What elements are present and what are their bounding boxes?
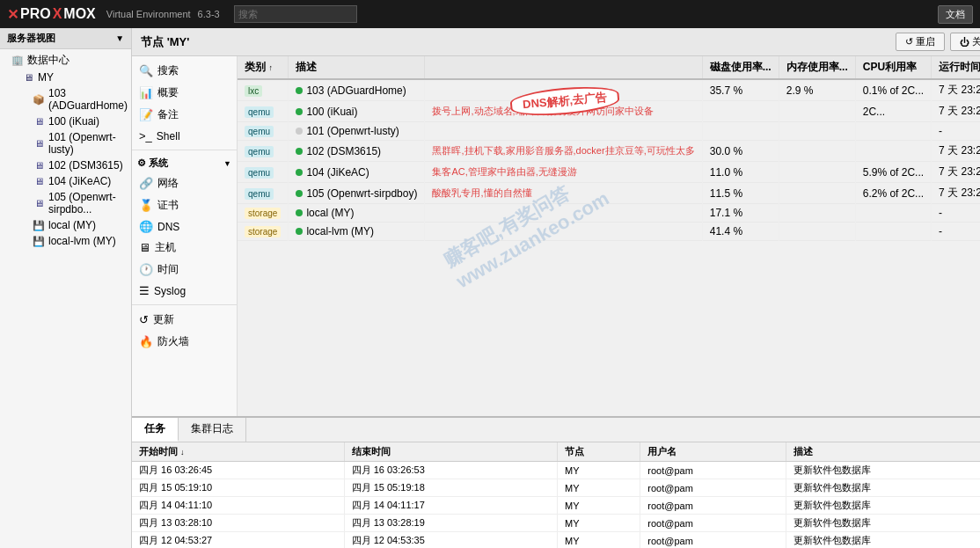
cell-desc: 103 (ADGuardHome) xyxy=(289,79,425,101)
cell-desc: 100 (iKuai) xyxy=(289,101,425,122)
cell-disk: 30.0 % xyxy=(702,141,779,162)
col-disk[interactable]: 磁盘使用率... xyxy=(702,56,779,79)
nav-separator-2 xyxy=(132,304,237,305)
log-col-start[interactable]: 开始时间 ↓ xyxy=(132,442,344,462)
log-cell-node: MY xyxy=(557,497,640,515)
nav-syslog[interactable]: ☰ Syslog xyxy=(132,281,237,301)
server-icon: 🖥 xyxy=(21,71,35,84)
vm-icon-2: 🖥 xyxy=(32,137,46,150)
table-row[interactable]: qemu105 (Openwrt-sirpdboy)酸酸乳专用,懂的自然懂11.… xyxy=(238,183,980,204)
col-desc[interactable]: 描述 xyxy=(289,56,425,79)
sidebar: 服务器视图 ▼ 🏢 数据中心 🖥 MY 📦 103 (ADGuardHome) … xyxy=(0,28,132,548)
nav-summary[interactable]: 📊 概要 xyxy=(132,82,237,104)
table-row[interactable]: qemu101 (Openwrt-lusty)- xyxy=(238,122,980,141)
cell-disk: 11.5 % xyxy=(702,183,779,204)
reload-button[interactable]: ↺ 重启 xyxy=(896,33,945,51)
cell-disk xyxy=(702,101,779,122)
datacenter-label: 数据中心 xyxy=(27,53,69,68)
tree-vm-100[interactable]: 🖥 100 (iKuai) xyxy=(0,113,131,129)
log-col-desc[interactable]: 描述 xyxy=(786,442,980,462)
col-status xyxy=(425,56,702,79)
status-dot xyxy=(296,209,303,216)
cell-uptime: 7 天 23:25:40 xyxy=(932,101,980,122)
cell-mem xyxy=(779,141,855,162)
col-mem[interactable]: 内存使用率... xyxy=(779,56,855,79)
main-layout: 服务器视图 ▼ 🏢 数据中心 🖥 MY 📦 103 (ADGuardHome) … xyxy=(0,28,980,548)
doc-button[interactable]: 文档 xyxy=(938,5,973,24)
log-col-user[interactable]: 用户名 xyxy=(640,442,786,462)
nav-shell[interactable]: >_ Shell xyxy=(132,126,237,146)
vm-table: 类别 ↑ 描述 磁盘使用率... 内存使用率... CPU利用率 运行时间 lx… xyxy=(238,56,980,241)
tree-datacenter[interactable]: 🏢 数据中心 xyxy=(0,51,131,69)
table-header-row: 类别 ↑ 描述 磁盘使用率... 内存使用率... CPU利用率 运行时间 xyxy=(238,56,980,79)
log-cell-start: 四月 15 05:19:10 xyxy=(132,479,344,497)
cell-uptime: 7 天 23:24:44 xyxy=(932,79,980,101)
table-row[interactable]: storagelocal-lvm (MY)41.4 %- xyxy=(238,223,980,241)
cell-desc: 102 (DSM3615) xyxy=(289,141,425,162)
col-uptime[interactable]: 运行时间 xyxy=(932,56,980,79)
nav-time[interactable]: 🕐 时间 xyxy=(132,259,237,281)
node-title: 节点 'MY' xyxy=(141,34,189,50)
log-row[interactable]: 四月 13 03:28:10四月 13 03:28:19MYroot@pam更新… xyxy=(132,515,980,532)
nav-system-label: 系统 xyxy=(149,157,168,170)
table-row[interactable]: qemu104 (JiKeAC)集客AC,管理家中路由器,无缝漫游11.0 %5… xyxy=(238,162,980,183)
log-row[interactable]: 四月 14 04:11:10四月 14 04:11:17MYroot@pam更新… xyxy=(132,497,980,515)
tree-vm-105[interactable]: 🖥 105 (Openwrt-sirpdbo... xyxy=(0,189,131,217)
tree-storage-lvm[interactable]: 💾 local-lvm (MY) xyxy=(0,233,131,249)
status-dot xyxy=(296,228,303,235)
nav-search[interactable]: 🔍 搜索 xyxy=(132,60,237,82)
cell-type: storage xyxy=(238,223,289,241)
cell-cpu xyxy=(855,122,931,141)
cell-desc: 104 (JiKeAC) xyxy=(289,162,425,183)
nav-firewall[interactable]: 🔥 防火墙 xyxy=(132,331,237,353)
bottom-content: 开始时间 ↓ 结束时间 节点 用户名 描述 四月 16 03:26:45四月 1… xyxy=(132,442,980,548)
cell-mem: 2.9 % xyxy=(779,79,855,101)
log-col-end[interactable]: 结束时间 xyxy=(344,442,557,462)
tree-vm-102[interactable]: 🖥 102 (DSM3615) xyxy=(0,157,131,173)
log-cell-desc: 更新软件包数据库 xyxy=(786,479,980,497)
nav-notes[interactable]: 📝 备注 xyxy=(132,104,237,126)
col-type[interactable]: 类别 ↑ xyxy=(238,56,289,79)
tree-vm-104[interactable]: 🖥 104 (JiKeAC) xyxy=(0,173,131,189)
nav-host[interactable]: 🖥 主机 xyxy=(132,237,237,259)
cell-cpu xyxy=(855,204,931,223)
node-header: 节点 'MY' ↺ 重启 ⏻ 关机 xyxy=(132,28,980,56)
nav-search-label: 搜索 xyxy=(157,63,179,78)
search-nav-icon: 🔍 xyxy=(139,64,153,77)
tree-storage-local[interactable]: 💾 local (MY) xyxy=(0,217,131,233)
nav-host-label: 主机 xyxy=(155,240,176,255)
cell-cpu: 5.9% of 2C... xyxy=(855,162,931,183)
tree-vm-101[interactable]: 🖥 101 (Openwrt-lusty) xyxy=(0,129,131,157)
tree-vm-103[interactable]: 📦 103 (ADGuardHome) xyxy=(0,85,131,113)
log-col-node[interactable]: 节点 xyxy=(557,442,640,462)
table-row[interactable]: storagelocal (MY)17.1 %- xyxy=(238,204,980,223)
left-nav: 🔍 搜索 📊 概要 📝 备注 >_ Shell ⚙ xyxy=(132,56,238,416)
update-icon: ↺ xyxy=(139,313,149,326)
col-cpu[interactable]: CPU利用率 xyxy=(855,56,931,79)
tab-tasks[interactable]: 任务 xyxy=(132,418,179,442)
log-cell-user: root@pam xyxy=(640,497,786,515)
nav-system-header[interactable]: ⚙ 系统 ▼ xyxy=(132,154,237,172)
nav-network[interactable]: 🔗 网络 xyxy=(132,172,237,194)
cell-disk: 17.1 % xyxy=(702,204,779,223)
log-cell-user: root@pam xyxy=(640,462,786,479)
table-row[interactable]: qemu102 (DSM3615)黑群晖,挂机下载,家用影音服务器,docker… xyxy=(238,141,980,162)
cell-uptime: 7 天 23:25:34 xyxy=(932,141,980,162)
log-row[interactable]: 四月 12 04:53:27四月 12 04:53:35MYroot@pam更新… xyxy=(132,532,980,549)
log-row[interactable]: 四月 15 05:19:10四月 15 05:19:18MYroot@pam更新… xyxy=(132,479,980,497)
tree-node-my[interactable]: 🖥 MY xyxy=(0,69,131,85)
main-table-area: 类别 ↑ 描述 磁盘使用率... 内存使用率... CPU利用率 运行时间 lx… xyxy=(238,56,980,416)
cell-mem xyxy=(779,101,855,122)
tab-cluster-log[interactable]: 集群日志 xyxy=(179,418,246,442)
status-dot xyxy=(296,87,303,94)
cell-mem xyxy=(779,204,855,223)
shutdown-button[interactable]: ⏻ 关机 xyxy=(950,33,980,51)
search-input[interactable] xyxy=(234,5,357,23)
log-row[interactable]: 四月 16 03:26:45四月 16 03:26:53MYroot@pam更新… xyxy=(132,462,980,479)
nav-cert[interactable]: 🏅 证书 xyxy=(132,194,237,216)
nav-dns[interactable]: 🌐 DNS xyxy=(132,216,237,237)
nav-cert-label: 证书 xyxy=(157,198,179,213)
log-cell-user: root@pam xyxy=(640,515,786,532)
nav-update[interactable]: ↺ 更新 xyxy=(132,309,237,331)
cell-mem xyxy=(779,223,855,241)
